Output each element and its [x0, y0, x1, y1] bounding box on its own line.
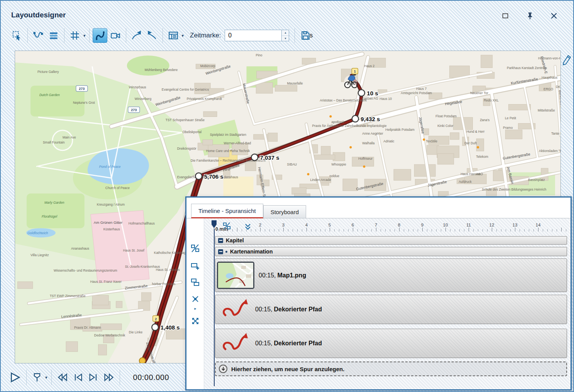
collapse-group-button[interactable]: [218, 249, 223, 254]
track-label: 00:15,Dekorierter Pfad: [255, 340, 322, 347]
map-label: Haus St. Alexius: [156, 268, 180, 272]
fast-forward-icon: [103, 372, 114, 382]
close-button[interactable]: [549, 11, 559, 20]
track-duration: 00:15,: [255, 306, 272, 313]
tab-storyboard[interactable]: Storyboard: [263, 205, 306, 218]
duplicate-track-button[interactable]: [190, 277, 200, 287]
ruler-number: 9: [421, 223, 423, 227]
map-label: St.-Josefs-Krankenhaus: [125, 265, 160, 269]
map-label: noldue: [329, 174, 339, 178]
route-time-marker[interactable]: 10 s: [358, 90, 378, 96]
edit-pencil-icon[interactable]: [561, 54, 571, 67]
timeline-tool-column: ▸: [186, 218, 204, 389]
ruler-number: 14: [536, 223, 541, 227]
goto-marker-button[interactable]: [32, 372, 42, 382]
map-label: Die Linke: [129, 330, 143, 334]
play-button[interactable]: [9, 372, 21, 383]
curve-nodes-icon: [33, 30, 43, 41]
decorated-path-tool-button[interactable]: [93, 28, 107, 43]
expand-tracks-button[interactable]: [190, 316, 200, 326]
map-label: Whooppie: [331, 162, 346, 166]
track-decorated-path-2[interactable]: 00:15,Dekorierter Pfad: [215, 329, 567, 358]
map-label: Pino: [256, 53, 262, 57]
map-label: Am Grünen Gitter: [94, 220, 122, 225]
storyboard-dropdown-caret[interactable]: ▾: [182, 33, 184, 38]
route-start-marker[interactable]: [139, 358, 146, 363]
pin-button[interactable]: [525, 11, 535, 20]
map-label: Adriatic: [383, 139, 395, 143]
spinner-down-icon[interactable]: ▼: [282, 36, 289, 41]
collapse-tracks-button[interactable]: [190, 294, 200, 304]
maximize-button[interactable]: [500, 11, 510, 20]
rewind-button[interactable]: [57, 372, 68, 382]
tab-label: Timeline - Spuransicht: [198, 208, 256, 214]
group-row-kartenanimation[interactable]: Kartenanimation: [215, 247, 567, 256]
track-duration: 00:15,: [259, 272, 276, 279]
map-label: Kreuzgang / Atrium: [97, 203, 125, 206]
track-map[interactable]: 00:15,Map1.png: [215, 259, 567, 292]
new-track-drop-zone[interactable]: Hierher ziehen, um neue Spur anzulegen.: [215, 362, 567, 376]
playbar-separator: [26, 370, 27, 385]
map-label: Werner-Alfred-Bad: [224, 141, 251, 145]
map-label: Picture Gallery: [37, 70, 59, 74]
map-label: DKV: [556, 85, 560, 89]
goto-marker-caret[interactable]: ▾: [45, 375, 47, 380]
curve-edit-button[interactable]: [31, 28, 46, 43]
move-track-down-button[interactable]: [243, 222, 252, 232]
route-time-marker[interactable]: 7,037 s: [251, 154, 279, 161]
map-label: Villa Liegnitz: [30, 253, 49, 257]
select-tool-button[interactable]: [10, 28, 24, 43]
collapse-more-caret[interactable]: ▸: [190, 306, 200, 311]
map-thumbnail-graphic: [218, 263, 253, 288]
close-icon: [550, 12, 557, 19]
ruler-number: 10: [443, 223, 448, 227]
playbar-separator: [51, 370, 52, 385]
step-forward-button[interactable]: [88, 372, 99, 382]
path-end-button[interactable]: [129, 28, 144, 43]
map-label: Der Duft: [464, 141, 477, 145]
svg-text:273: 273: [131, 108, 137, 112]
svg-text:1: 1: [354, 69, 356, 73]
map-label: Haus St. Franz Xaver: [90, 280, 122, 284]
grid-button[interactable]: [68, 28, 82, 43]
fast-forward-button[interactable]: [103, 372, 114, 382]
map-label: Haus 2: [364, 64, 374, 68]
zeitmarke-input[interactable]: [228, 32, 308, 39]
map-label: Nauener Tor: [470, 91, 488, 95]
collapse-group-button[interactable]: [218, 238, 223, 243]
cut-track-button[interactable]: [190, 243, 200, 253]
step-back-button[interactable]: [73, 372, 83, 382]
add-track-button[interactable]: [190, 261, 200, 271]
map-label: Redo XXL: [484, 98, 499, 102]
map-thumbnail: [217, 262, 254, 289]
map-label: Spielplatz im Stadtgarten: [210, 133, 247, 137]
spinner-up-icon[interactable]: ▲: [282, 30, 289, 36]
map-label: Schule des Zweiten Bildungsweges Heinric…: [482, 188, 546, 191]
path-start-button[interactable]: [145, 28, 159, 43]
storyboard-view-button[interactable]: [166, 28, 181, 43]
route-time-marker[interactable]: 5,706 s: [195, 173, 223, 179]
group-row-kapitel[interactable]: Kapitel: [215, 236, 567, 245]
layers-button[interactable]: [46, 28, 61, 43]
zeitmarke-spinner[interactable]: ▲ ▼: [282, 30, 289, 41]
map-label: Ananashaus: [71, 247, 89, 250]
ruler-number: 2: [259, 223, 261, 227]
svg-text:273: 273: [79, 87, 85, 91]
video-button[interactable]: [108, 28, 123, 43]
grid-dropdown-caret[interactable]: ▾: [83, 33, 86, 38]
window-title: Layoutdesigner: [11, 11, 66, 19]
tab-timeline-spuransicht[interactable]: Timeline - Spuransicht: [191, 204, 263, 218]
save-button[interactable]: [298, 28, 313, 43]
playhead[interactable]: [212, 220, 217, 230]
route-time-marker[interactable]: 1,408 s: [152, 324, 179, 331]
route-time-marker[interactable]: 9,432 s: [352, 115, 380, 122]
map-label: Heilpraktik Potsdam: [385, 128, 414, 132]
cut-at-playhead-button[interactable]: [222, 221, 232, 231]
map-label: Praxis Dr. Altmann: [74, 326, 101, 329]
toolbar-separator: [64, 28, 64, 43]
track-decorated-path-1[interactable]: 00:15,Dekorierter Pfad: [215, 295, 567, 324]
map-label: Haus St. Josef: [123, 248, 145, 252]
map-label: Telekom: [476, 155, 488, 159]
decorated-path-icon: [220, 298, 251, 321]
map-label: A&O: [476, 172, 483, 176]
